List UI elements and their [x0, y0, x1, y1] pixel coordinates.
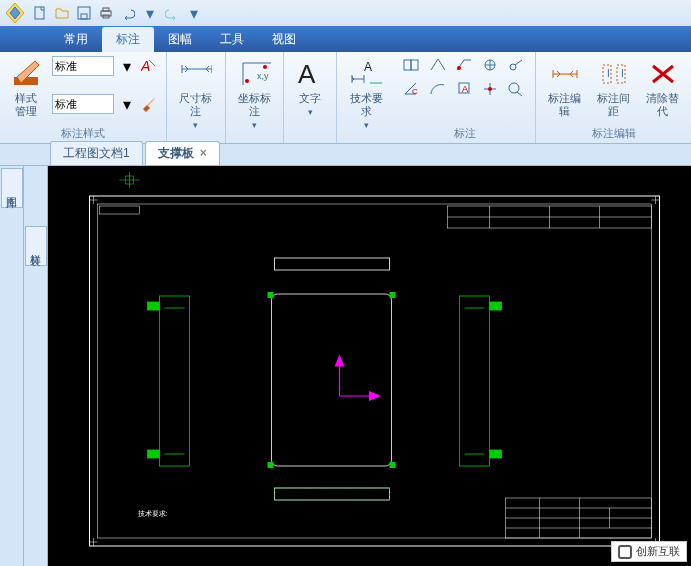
- dim-edit-icon: [549, 58, 581, 90]
- chevron-down-icon[interactable]: ▾: [118, 95, 136, 113]
- open-file-icon[interactable]: [54, 5, 70, 21]
- tech-req-button[interactable]: A 技术要求 ▾: [345, 56, 387, 132]
- surface-finish-icon[interactable]: [429, 56, 447, 74]
- tech-req-label: 技术要求: [347, 92, 385, 118]
- group-annotation-label: 标注: [403, 126, 527, 141]
- text-label: 文字: [299, 92, 321, 105]
- side-btn-sample[interactable]: 装样: [25, 226, 47, 266]
- svg-rect-65: [272, 294, 392, 466]
- group-text: A 文字 ▾: [284, 52, 337, 143]
- menu-bar: 常用 标注 图幅 工具 视图: [0, 26, 691, 52]
- svg-rect-29: [90, 196, 660, 546]
- group-coordinate: x,y 坐标标注 ▾: [226, 52, 285, 143]
- svg-text:A: A: [298, 59, 316, 89]
- doc-tab-1[interactable]: 工程图文档1: [50, 141, 143, 165]
- svg-rect-70: [275, 258, 390, 270]
- svg-text:A: A: [364, 60, 372, 74]
- svg-rect-64: [490, 450, 502, 458]
- svg-point-24: [509, 83, 519, 93]
- svg-rect-69: [390, 462, 396, 468]
- tab-frame[interactable]: 图幅: [154, 27, 206, 52]
- svg-rect-67: [390, 292, 396, 298]
- redo-icon[interactable]: [164, 5, 180, 21]
- arc-dim-icon[interactable]: [429, 80, 447, 98]
- coordinate-button[interactable]: x,y 坐标标注 ▾: [234, 56, 276, 132]
- tab-annotation[interactable]: 标注: [102, 27, 154, 52]
- app-logo-icon: [4, 2, 26, 24]
- svg-rect-2: [35, 7, 44, 19]
- side-panel-left-2: 装样: [24, 166, 48, 566]
- svg-point-10: [245, 79, 249, 83]
- svg-rect-6: [103, 8, 109, 11]
- chamfer-dim-icon[interactable]: C: [403, 80, 421, 98]
- style-manage-button[interactable]: 样式管理: [8, 56, 44, 120]
- style-combo-2[interactable]: [52, 94, 114, 114]
- chevron-down-icon[interactable]: ▾: [252, 120, 257, 130]
- tab-common[interactable]: 常用: [50, 27, 102, 52]
- svg-point-23: [488, 87, 492, 91]
- style-apply-icon[interactable]: A: [140, 57, 158, 75]
- svg-rect-59: [148, 450, 160, 458]
- tab-view[interactable]: 视图: [258, 27, 310, 52]
- text-button[interactable]: A 文字 ▾: [292, 56, 328, 119]
- style-combo-1[interactable]: [52, 56, 114, 76]
- svg-rect-68: [268, 462, 274, 468]
- tolerance-frame-icon[interactable]: [403, 56, 421, 74]
- chevron-down-icon[interactable]: ▾: [186, 5, 202, 21]
- svg-text:I: I: [621, 68, 624, 79]
- chevron-down-icon[interactable]: ▾: [364, 120, 369, 130]
- dim-edit-button[interactable]: 标注编辑: [544, 56, 585, 120]
- tech-req-icon: A: [350, 58, 382, 90]
- svg-marker-74: [336, 356, 344, 366]
- svg-marker-76: [370, 392, 380, 400]
- clear-override-button[interactable]: 清除替代: [642, 56, 683, 120]
- chevron-down-icon[interactable]: ▾: [193, 120, 198, 130]
- coordinate-icon: x,y: [239, 58, 271, 90]
- save-icon[interactable]: [76, 5, 92, 21]
- svg-rect-55: [160, 296, 190, 466]
- style-brush-icon[interactable]: [140, 95, 158, 113]
- svg-rect-16: [411, 60, 418, 70]
- style-manage-label: 样式管理: [10, 92, 42, 118]
- tech-note-text: 技术要求:: [137, 510, 168, 517]
- group-tech: A 技术要求 ▾: [337, 52, 395, 143]
- undo-icon[interactable]: [120, 5, 136, 21]
- close-icon[interactable]: ×: [200, 146, 207, 160]
- new-file-icon[interactable]: [32, 5, 48, 21]
- svg-rect-3: [78, 7, 90, 19]
- clear-override-icon: [647, 58, 679, 90]
- svg-rect-60: [460, 296, 490, 466]
- hole-callout-icon[interactable]: [507, 56, 525, 74]
- dim-gap-button[interactable]: II 标注间距: [593, 56, 634, 120]
- dimension-button[interactable]: 尺寸标注 ▾: [175, 56, 217, 132]
- doc-tab-2[interactable]: 支撑板×: [145, 141, 220, 165]
- datum-a-icon[interactable]: A: [455, 80, 473, 98]
- svg-point-11: [263, 65, 267, 69]
- chevron-down-icon[interactable]: ▾: [118, 57, 136, 75]
- svg-rect-71: [275, 488, 390, 500]
- svg-rect-72: [275, 488, 390, 500]
- chevron-down-icon[interactable]: ▾: [142, 5, 158, 21]
- group-dimension: 尺寸标注 ▾: [167, 52, 226, 143]
- dim-gap-label: 标注间距: [595, 92, 632, 118]
- chevron-down-icon[interactable]: ▾: [308, 107, 313, 117]
- tab-tools[interactable]: 工具: [206, 27, 258, 52]
- svg-text:C: C: [412, 87, 418, 96]
- dimension-label: 尺寸标注: [177, 92, 215, 118]
- datum-target-icon[interactable]: [481, 56, 499, 74]
- side-btn-library[interactable]: 图库: [1, 168, 23, 208]
- weld-symbol-icon[interactable]: [455, 56, 473, 74]
- quick-access-toolbar: ▾ ▾: [0, 0, 691, 26]
- style-manage-icon: [10, 58, 42, 90]
- svg-rect-58: [148, 302, 160, 310]
- center-mark-icon[interactable]: [481, 80, 499, 98]
- group-annotation: C A 标注: [395, 52, 536, 143]
- print-icon[interactable]: [98, 5, 114, 21]
- group-style-label: 标注样式: [8, 126, 158, 141]
- watermark-logo-icon: [618, 545, 632, 559]
- drawing-canvas[interactable]: 技术要求: 创新互联: [48, 166, 691, 566]
- watermark: 创新互联: [611, 541, 687, 562]
- doc-tab-1-label: 工程图文档1: [63, 146, 130, 160]
- balloon-icon[interactable]: [507, 80, 525, 98]
- svg-rect-63: [490, 302, 502, 310]
